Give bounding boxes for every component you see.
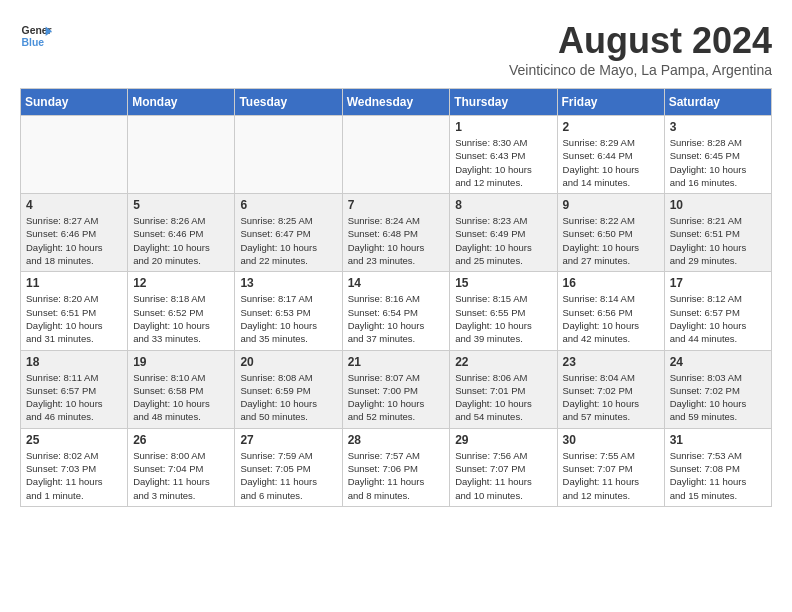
day-number: 3	[670, 120, 766, 134]
day-number: 15	[455, 276, 551, 290]
day-number: 20	[240, 355, 336, 369]
day-info: Sunrise: 8:03 AM Sunset: 7:02 PM Dayligh…	[670, 371, 766, 424]
day-number: 11	[26, 276, 122, 290]
day-number: 17	[670, 276, 766, 290]
day-info: Sunrise: 8:10 AM Sunset: 6:58 PM Dayligh…	[133, 371, 229, 424]
calendar-cell	[21, 116, 128, 194]
col-header-monday: Monday	[128, 89, 235, 116]
calendar-table: SundayMondayTuesdayWednesdayThursdayFrid…	[20, 88, 772, 507]
calendar-cell	[342, 116, 450, 194]
day-number: 28	[348, 433, 445, 447]
day-info: Sunrise: 8:06 AM Sunset: 7:01 PM Dayligh…	[455, 371, 551, 424]
day-info: Sunrise: 8:12 AM Sunset: 6:57 PM Dayligh…	[670, 292, 766, 345]
day-number: 25	[26, 433, 122, 447]
day-info: Sunrise: 8:21 AM Sunset: 6:51 PM Dayligh…	[670, 214, 766, 267]
day-number: 22	[455, 355, 551, 369]
day-info: Sunrise: 8:02 AM Sunset: 7:03 PM Dayligh…	[26, 449, 122, 502]
day-info: Sunrise: 8:26 AM Sunset: 6:46 PM Dayligh…	[133, 214, 229, 267]
title-block: August 2024 Veinticinco de Mayo, La Pamp…	[509, 20, 772, 78]
calendar-cell: 6Sunrise: 8:25 AM Sunset: 6:47 PM Daylig…	[235, 194, 342, 272]
calendar-cell: 11Sunrise: 8:20 AM Sunset: 6:51 PM Dayli…	[21, 272, 128, 350]
day-number: 18	[26, 355, 122, 369]
day-number: 10	[670, 198, 766, 212]
day-info: Sunrise: 8:24 AM Sunset: 6:48 PM Dayligh…	[348, 214, 445, 267]
svg-text:Blue: Blue	[22, 37, 45, 48]
calendar-cell: 27Sunrise: 7:59 AM Sunset: 7:05 PM Dayli…	[235, 428, 342, 506]
calendar-week-row: 25Sunrise: 8:02 AM Sunset: 7:03 PM Dayli…	[21, 428, 772, 506]
day-number: 27	[240, 433, 336, 447]
logo-icon: General Blue	[20, 20, 52, 52]
day-number: 8	[455, 198, 551, 212]
calendar-cell: 12Sunrise: 8:18 AM Sunset: 6:52 PM Dayli…	[128, 272, 235, 350]
day-info: Sunrise: 8:22 AM Sunset: 6:50 PM Dayligh…	[563, 214, 659, 267]
day-info: Sunrise: 8:16 AM Sunset: 6:54 PM Dayligh…	[348, 292, 445, 345]
day-info: Sunrise: 8:23 AM Sunset: 6:49 PM Dayligh…	[455, 214, 551, 267]
col-header-thursday: Thursday	[450, 89, 557, 116]
calendar-cell: 20Sunrise: 8:08 AM Sunset: 6:59 PM Dayli…	[235, 350, 342, 428]
day-number: 5	[133, 198, 229, 212]
day-number: 31	[670, 433, 766, 447]
calendar-cell: 7Sunrise: 8:24 AM Sunset: 6:48 PM Daylig…	[342, 194, 450, 272]
calendar-cell	[235, 116, 342, 194]
calendar-cell: 26Sunrise: 8:00 AM Sunset: 7:04 PM Dayli…	[128, 428, 235, 506]
day-info: Sunrise: 8:20 AM Sunset: 6:51 PM Dayligh…	[26, 292, 122, 345]
day-info: Sunrise: 8:14 AM Sunset: 6:56 PM Dayligh…	[563, 292, 659, 345]
day-number: 4	[26, 198, 122, 212]
day-number: 12	[133, 276, 229, 290]
calendar-cell	[128, 116, 235, 194]
day-number: 23	[563, 355, 659, 369]
calendar-cell: 15Sunrise: 8:15 AM Sunset: 6:55 PM Dayli…	[450, 272, 557, 350]
day-info: Sunrise: 8:04 AM Sunset: 7:02 PM Dayligh…	[563, 371, 659, 424]
col-header-friday: Friday	[557, 89, 664, 116]
calendar-cell: 21Sunrise: 8:07 AM Sunset: 7:00 PM Dayli…	[342, 350, 450, 428]
day-number: 6	[240, 198, 336, 212]
location: Veinticinco de Mayo, La Pampa, Argentina	[509, 62, 772, 78]
day-number: 9	[563, 198, 659, 212]
day-info: Sunrise: 8:07 AM Sunset: 7:00 PM Dayligh…	[348, 371, 445, 424]
calendar-week-row: 11Sunrise: 8:20 AM Sunset: 6:51 PM Dayli…	[21, 272, 772, 350]
day-number: 19	[133, 355, 229, 369]
month-year: August 2024	[509, 20, 772, 62]
day-number: 26	[133, 433, 229, 447]
day-number: 21	[348, 355, 445, 369]
calendar-cell: 8Sunrise: 8:23 AM Sunset: 6:49 PM Daylig…	[450, 194, 557, 272]
calendar-cell: 16Sunrise: 8:14 AM Sunset: 6:56 PM Dayli…	[557, 272, 664, 350]
day-info: Sunrise: 8:00 AM Sunset: 7:04 PM Dayligh…	[133, 449, 229, 502]
day-number: 2	[563, 120, 659, 134]
logo: General Blue	[20, 20, 52, 52]
calendar-week-row: 18Sunrise: 8:11 AM Sunset: 6:57 PM Dayli…	[21, 350, 772, 428]
calendar-cell: 30Sunrise: 7:55 AM Sunset: 7:07 PM Dayli…	[557, 428, 664, 506]
day-info: Sunrise: 8:25 AM Sunset: 6:47 PM Dayligh…	[240, 214, 336, 267]
col-header-saturday: Saturday	[664, 89, 771, 116]
calendar-cell: 25Sunrise: 8:02 AM Sunset: 7:03 PM Dayli…	[21, 428, 128, 506]
col-header-sunday: Sunday	[21, 89, 128, 116]
day-number: 24	[670, 355, 766, 369]
day-info: Sunrise: 8:28 AM Sunset: 6:45 PM Dayligh…	[670, 136, 766, 189]
day-number: 30	[563, 433, 659, 447]
calendar-cell: 28Sunrise: 7:57 AM Sunset: 7:06 PM Dayli…	[342, 428, 450, 506]
day-number: 14	[348, 276, 445, 290]
calendar-cell: 4Sunrise: 8:27 AM Sunset: 6:46 PM Daylig…	[21, 194, 128, 272]
calendar-cell: 22Sunrise: 8:06 AM Sunset: 7:01 PM Dayli…	[450, 350, 557, 428]
calendar-cell: 3Sunrise: 8:28 AM Sunset: 6:45 PM Daylig…	[664, 116, 771, 194]
calendar-cell: 31Sunrise: 7:53 AM Sunset: 7:08 PM Dayli…	[664, 428, 771, 506]
calendar-header-row: SundayMondayTuesdayWednesdayThursdayFrid…	[21, 89, 772, 116]
calendar-week-row: 4Sunrise: 8:27 AM Sunset: 6:46 PM Daylig…	[21, 194, 772, 272]
calendar-cell: 9Sunrise: 8:22 AM Sunset: 6:50 PM Daylig…	[557, 194, 664, 272]
calendar-cell: 18Sunrise: 8:11 AM Sunset: 6:57 PM Dayli…	[21, 350, 128, 428]
day-info: Sunrise: 8:11 AM Sunset: 6:57 PM Dayligh…	[26, 371, 122, 424]
day-info: Sunrise: 8:29 AM Sunset: 6:44 PM Dayligh…	[563, 136, 659, 189]
calendar-cell: 19Sunrise: 8:10 AM Sunset: 6:58 PM Dayli…	[128, 350, 235, 428]
page-header: General Blue August 2024 Veinticinco de …	[20, 20, 772, 78]
day-info: Sunrise: 8:17 AM Sunset: 6:53 PM Dayligh…	[240, 292, 336, 345]
calendar-week-row: 1Sunrise: 8:30 AM Sunset: 6:43 PM Daylig…	[21, 116, 772, 194]
day-info: Sunrise: 8:27 AM Sunset: 6:46 PM Dayligh…	[26, 214, 122, 267]
day-number: 29	[455, 433, 551, 447]
calendar-cell: 17Sunrise: 8:12 AM Sunset: 6:57 PM Dayli…	[664, 272, 771, 350]
calendar-cell: 2Sunrise: 8:29 AM Sunset: 6:44 PM Daylig…	[557, 116, 664, 194]
calendar-cell: 24Sunrise: 8:03 AM Sunset: 7:02 PM Dayli…	[664, 350, 771, 428]
calendar-cell: 10Sunrise: 8:21 AM Sunset: 6:51 PM Dayli…	[664, 194, 771, 272]
day-info: Sunrise: 7:56 AM Sunset: 7:07 PM Dayligh…	[455, 449, 551, 502]
calendar-cell: 14Sunrise: 8:16 AM Sunset: 6:54 PM Dayli…	[342, 272, 450, 350]
day-number: 13	[240, 276, 336, 290]
